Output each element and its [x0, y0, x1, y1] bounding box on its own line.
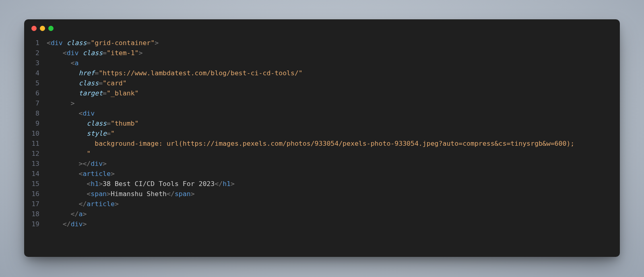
code-line: 16 <span>Himanshu Sheth</span> — [24, 189, 620, 199]
code-line: 12 " — [24, 149, 620, 159]
line-number: 8 — [24, 108, 47, 118]
window-minimize-icon[interactable] — [40, 26, 45, 31]
line-number: 7 — [24, 98, 47, 108]
line-number: 10 — [24, 128, 47, 138]
code-line: 6 target="_blank" — [24, 88, 620, 98]
line-number: 15 — [24, 179, 47, 189]
line-number: 1 — [24, 38, 47, 48]
code-line: 15 <h1>38 Best CI/CD Tools For 2023</h1> — [24, 179, 620, 189]
line-number: 9 — [24, 118, 47, 128]
code-line: 17 </article> — [24, 199, 620, 209]
code-line: 14 <article> — [24, 169, 620, 179]
line-number: 6 — [24, 88, 47, 98]
line-number: 4 — [24, 68, 47, 78]
code-line: 4 href="https://www.lambdatest.com/blog/… — [24, 68, 620, 78]
window-close-icon[interactable] — [31, 26, 37, 31]
line-number: 5 — [24, 78, 47, 88]
code-line: 11 background-image: url(https://images.… — [24, 138, 620, 149]
code-line: 18 </a> — [24, 209, 620, 219]
window-zoom-icon[interactable] — [48, 26, 54, 31]
line-number: 12 — [24, 149, 47, 159]
editor-window: 1 <div class="grid-container"> 2 <div cl… — [24, 19, 620, 257]
line-number: 18 — [24, 209, 47, 219]
line-number: 16 — [24, 189, 47, 199]
code-line: 7 > — [24, 98, 620, 108]
line-number: 19 — [24, 219, 47, 229]
code-editor[interactable]: 1 <div class="grid-container"> 2 <div cl… — [24, 37, 620, 257]
page-backdrop: 1 <div class="grid-container"> 2 <div cl… — [0, 0, 644, 277]
window-titlebar — [24, 19, 620, 37]
code-line: 13 ></div> — [24, 159, 620, 169]
code-line: 2 <div class="item-1"> — [24, 48, 620, 58]
line-number: 3 — [24, 58, 47, 68]
code-line: 5 class="card" — [24, 78, 620, 88]
code-line: 3 <a — [24, 58, 620, 68]
line-number: 14 — [24, 169, 47, 179]
line-number: 17 — [24, 199, 47, 209]
line-number: 11 — [24, 138, 47, 149]
code-line: 19 </div> — [24, 219, 620, 229]
code-line: 10 style=" — [24, 128, 620, 138]
line-number: 13 — [24, 159, 47, 169]
code-line: 1 <div class="grid-container"> — [24, 38, 620, 48]
code-line: 9 class="thumb" — [24, 118, 620, 128]
line-number: 2 — [24, 48, 47, 58]
code-line: 8 <div — [24, 108, 620, 118]
